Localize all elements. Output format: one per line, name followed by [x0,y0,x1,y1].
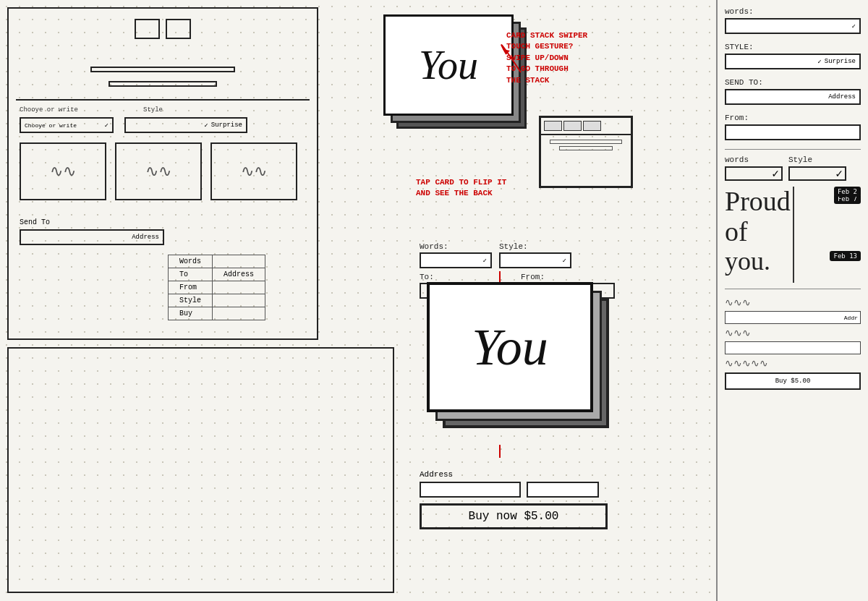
center-card-stack-bottom: You [427,282,615,441]
ca-address-label: Address [420,470,658,479]
card-front-top[interactable]: You [383,14,514,116]
rp-addr-row-2 [725,341,861,354]
rp-lower: ∿∿∿ Addr ∿∿∿ ∿∿∿∿∿ Buy $5.00 [725,297,861,390]
table-row-to-val: Address [213,268,265,281]
style-dropdown[interactable]: ✓ Surprise [124,117,247,133]
check-icon: ✓ [105,122,109,129]
rp-addr-input-1[interactable]: Addr [725,311,861,324]
ca-addr-input-2[interactable] [527,482,599,498]
ca-buy-button[interactable]: Buy now $5.00 [420,503,608,529]
rp-style2-group: Style ✓ [788,155,846,181]
table-row-style-val [213,294,265,307]
wave-1: ∿∿ [50,162,76,182]
label-row: Chooye or write Style [20,106,163,114]
rp-addr-row-1: Addr [725,311,861,324]
cf-style-dd[interactable]: ✓ [499,252,571,268]
cf-words-group: Words: ✓ [420,242,492,268]
style-dd-value: Surprise [211,122,242,129]
table-col2-header [213,255,265,268]
sendto-value: Address [132,234,159,241]
wave-2: ∿∿ [145,162,171,182]
cf-style-dd-arrow: ✓ [563,257,566,265]
rp-wave-1: ∿∿∿ [725,297,861,309]
table-row-buy-val [213,307,265,320]
rp-style-label: STYLE: [725,43,861,51]
cf-words-label: Words: [420,242,492,251]
rp-divider-1 [725,149,861,150]
canvas: Chooye or write Style Chooye or write ✓ … [0,0,868,601]
nav-table: Words To Address From Style Buy [168,255,265,320]
rp-sendto-input[interactable]: Address [725,89,861,105]
rp-from-input[interactable] [725,124,861,140]
rp-wave-3: ∿∿∿∿∿ [725,357,861,370]
rp-words2-arrow: ✓ [772,166,779,181]
rp-buy-label: Buy $5.00 [775,378,811,385]
rp-words-dd[interactable]: ✓ [725,18,861,34]
card-3: ∿∿ [210,142,297,200]
device-line-2 [559,146,613,150]
chooser-label: Chooye or write [20,106,78,114]
logo-box-2 [166,19,191,39]
section-divider [16,99,310,101]
wireframe-topleft: Chooye or write Style Chooye or write ✓ … [7,7,318,340]
right-panel: words: ✓ STYLE: ✓ Surprise SEND TO: Addr… [716,0,868,601]
sendto-input[interactable]: Address [20,229,164,245]
words-dropdown[interactable]: Chooye or write ✓ [20,117,114,133]
card-image-row: ∿∿ ∿∿ ∿∿ [20,142,297,200]
rp-words2-label: words [725,155,783,164]
cf-words-dd[interactable]: ✓ [420,252,492,268]
rp-sendto-value: Address [828,93,856,101]
nav-line-1 [90,67,235,72]
sendto-label: Send To [20,218,50,226]
rp-words-label: words: [725,7,861,16]
card-1: ∿∿ [20,142,106,200]
rp-of-container: of [725,217,861,247]
rp-buy-button[interactable]: Buy $5.00 [725,372,861,390]
table-row-buy: Buy [169,307,213,320]
rp-sendto-section: SEND TO: Address [725,78,861,105]
table-row-style: Style [169,294,213,307]
rp-style-dd[interactable]: ✓ Surprise [725,54,861,69]
device-nav-btn-2 [563,121,582,131]
nav-line-2 [109,81,217,87]
rp-date-badge-3: Feb 13 [830,251,861,261]
card2-front[interactable]: You [427,282,593,412]
device-nav-btn-3 [583,121,601,131]
table-row-from: From [169,281,213,294]
rp-sendto-label: SEND TO: [725,78,861,87]
rp-style2-arrow: ✓ [835,166,843,181]
rp-words2-group: words ✓ [725,155,783,181]
cf-style-group: Style: ✓ [499,242,571,268]
rp-you-container: you. Feb 13 [725,247,861,276]
device-nav-btn-1 [544,121,562,131]
table-row-to: To [169,268,213,281]
rp-from-label: From: [725,114,861,122]
wireframe-bottomleft: Three Kind Words .com Words ▽ Style ▽ Cu… [7,347,394,593]
rp-words2-dd[interactable]: ✓ [725,166,783,181]
rp-from-section: From: [725,114,861,140]
rp-timeline: Feb 2 Proud Feb 7 of you. Feb 13 [725,187,861,283]
card-top-word: You [419,42,478,88]
cf-from-label: From: [521,273,615,281]
rp-style2-dd[interactable]: ✓ [788,166,846,181]
rp-of-text: of [725,217,861,247]
ca-buy-label: Buy now $5.00 [469,510,559,523]
rp-addr-val-1: Addr [844,315,858,321]
style-dd-check: ✓ [204,122,208,129]
annotation-cardstack: CARD STACK SWIPERTOUCH GESTURE?SWIPE UP/… [506,30,665,86]
device-nav [541,118,631,135]
ca-addr-input-1[interactable] [420,482,521,498]
cf-words-dd-arrow: ✓ [483,257,487,265]
words-dd-text: Chooye or write [25,122,77,129]
rp-addr-input-2[interactable] [725,341,861,354]
logo-box-1 [135,19,160,39]
rp-words-section: words: ✓ [725,7,861,34]
style-label: Style [143,106,163,114]
cf-row-1: Words: ✓ Style: ✓ [420,242,658,268]
card-2: ∿∿ [115,142,202,200]
rp-words-dd-arrow: ✓ [852,22,856,30]
rp-date-badge-1: Feb 2 [834,187,861,197]
center-address-section: Address Buy now $5.00 [420,470,658,529]
device-line-1 [550,140,621,144]
rp-style-section: STYLE: ✓ Surprise [725,43,861,69]
